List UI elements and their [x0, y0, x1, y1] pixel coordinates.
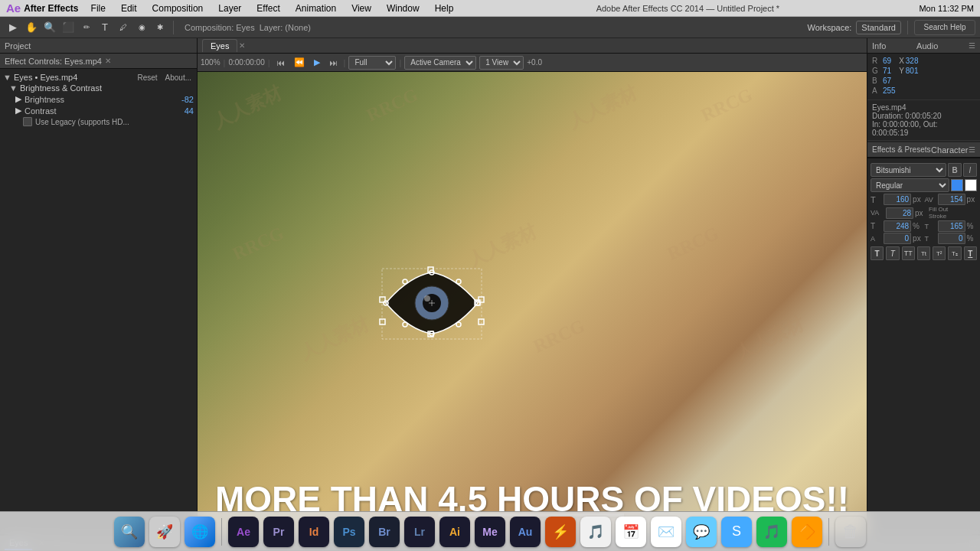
tool-text[interactable]: T: [96, 20, 113, 35]
camera-select[interactable]: Active Camera: [404, 56, 476, 70]
dock: 🔍 🚀 🌐 Ae Pr Id Ps Br Lr Ai Me Au ⚡ 🎵 📅 ✉…: [0, 511, 980, 551]
comp-tab-close[interactable]: ✕: [239, 41, 245, 50]
dock-br[interactable]: Br: [369, 517, 400, 547]
char-panel-options[interactable]: ☰: [969, 145, 975, 154]
menu-layer[interactable]: Layer: [215, 3, 244, 14]
font-italic-btn[interactable]: I: [963, 163, 977, 177]
scale-h-input[interactable]: [884, 220, 911, 232]
style-select[interactable]: Regular: [871, 178, 949, 192]
effects-presets-tab[interactable]: Effects & Presets: [872, 145, 931, 154]
small-caps-btn[interactable]: Tt: [917, 246, 930, 260]
project-tab[interactable]: Project: [5, 41, 31, 51]
font-size-input[interactable]: [884, 194, 911, 205]
sub-script-btn[interactable]: T₂: [948, 246, 961, 260]
zoom-value[interactable]: 100%: [201, 58, 220, 67]
dock-au[interactable]: Au: [510, 517, 541, 547]
dock-ae[interactable]: Ae: [228, 517, 259, 547]
about-btn[interactable]: About...: [163, 73, 194, 82]
go-start-btn[interactable]: ⏮: [273, 57, 288, 69]
dock-vlc[interactable]: 🔶: [792, 517, 822, 547]
play-btn[interactable]: ▶: [311, 56, 323, 69]
tool-pen[interactable]: ✏: [78, 20, 95, 35]
contrast-twirl[interactable]: ▶: [15, 106, 21, 116]
brightness-twirl[interactable]: ▶: [15, 94, 21, 104]
reset-btn[interactable]: Reset: [135, 73, 159, 82]
brightness-value[interactable]: -82: [181, 95, 194, 104]
all-caps-btn[interactable]: TT: [902, 246, 915, 260]
menu-right: Mon 11:32 PM: [919, 4, 974, 13]
tool-clone[interactable]: ◉: [133, 20, 150, 35]
panel-close[interactable]: ✕: [105, 57, 111, 65]
menu-composition[interactable]: Composition: [149, 3, 207, 14]
effect-main-name: Brightness & Contrast: [20, 83, 194, 93]
tool-puppet[interactable]: ✱: [152, 20, 168, 35]
fill-color[interactable]: [951, 179, 963, 191]
font-bold-btn[interactable]: B: [948, 163, 962, 177]
search-btn[interactable]: Search Help: [914, 20, 975, 35]
font-select[interactable]: Bitsumishi: [871, 163, 946, 177]
audio-tab[interactable]: Audio: [916, 41, 938, 51]
info-panel-options[interactable]: ☰: [969, 41, 975, 50]
menu-view[interactable]: View: [348, 3, 374, 14]
effect-twirl[interactable]: ▼: [9, 83, 17, 93]
dock-mail[interactable]: ✉️: [651, 517, 681, 547]
faux-bold-btn[interactable]: T: [871, 246, 884, 260]
dock-itunes[interactable]: 🎵: [580, 517, 611, 547]
stroke-color[interactable]: [965, 179, 977, 191]
tool-select[interactable]: ▶: [5, 20, 21, 35]
underline-btn[interactable]: T: [964, 246, 977, 260]
tracking-input[interactable]: [886, 207, 913, 219]
dock-ps[interactable]: Ps: [334, 517, 364, 547]
baseline-input[interactable]: [884, 233, 911, 244]
dock-finder[interactable]: 🔍: [114, 517, 145, 547]
menu-help[interactable]: Help: [432, 3, 457, 14]
resolution-select[interactable]: FullHalfQuarter: [348, 56, 396, 70]
dock-spotify[interactable]: 🎵: [756, 517, 787, 547]
dock-launchpad[interactable]: 🚀: [149, 517, 180, 547]
tsf-input[interactable]: [938, 233, 965, 244]
menu-file[interactable]: File: [88, 3, 109, 14]
comp-toolbar: 100% | 0:00:00:00 | ⏮ ⏪ ▶ ⏭ | FullHalfQu…: [198, 54, 867, 72]
dock-safari[interactable]: 🌐: [185, 517, 215, 547]
kern-input[interactable]: [938, 194, 965, 205]
svg-point-17: [456, 322, 461, 327]
super-script-btn[interactable]: T²: [933, 246, 946, 260]
comp-tab-eyes[interactable]: Eyes: [202, 39, 237, 52]
menu-animation[interactable]: Animation: [292, 3, 339, 14]
play-rev-btn[interactable]: ⏪: [291, 56, 308, 69]
menu-effect[interactable]: Effect: [253, 3, 283, 14]
comp-tb-sep: |: [224, 58, 226, 67]
tool-brush[interactable]: 🖊: [115, 20, 132, 35]
menu-edit[interactable]: Edit: [118, 3, 140, 14]
effect-controls-tab[interactable]: Effect Controls: Eyes.mp4: [5, 57, 102, 66]
dock-id[interactable]: Id: [299, 517, 329, 547]
tool-zoom[interactable]: 🔍: [41, 20, 58, 35]
dock-skype[interactable]: S: [721, 517, 752, 547]
dock-lr[interactable]: Lr: [404, 517, 435, 547]
legacy-checkbox[interactable]: [23, 117, 32, 126]
r-label: R: [872, 57, 881, 65]
char-tab[interactable]: Character: [931, 145, 968, 155]
tool-rect[interactable]: ⬛: [60, 20, 77, 35]
menu-window[interactable]: Window: [384, 3, 423, 14]
dock-trash[interactable]: 🗑: [835, 517, 866, 547]
workspace-select[interactable]: Standard: [856, 21, 901, 34]
dock-flash[interactable]: ⚡: [545, 517, 576, 547]
r-value: 69: [883, 57, 891, 65]
info-tab[interactable]: Info: [872, 41, 886, 51]
dock-calendar[interactable]: 📅: [616, 517, 646, 547]
source-twirl[interactable]: ▼: [3, 73, 11, 82]
view-select[interactable]: 1 View: [479, 56, 524, 70]
contrast-value[interactable]: 44: [185, 106, 194, 116]
g-row: G 71 Y 801: [867, 66, 980, 76]
dock-pr[interactable]: Pr: [263, 517, 294, 547]
scale-row: T % T %: [871, 220, 977, 232]
faux-italic-btn[interactable]: T: [886, 246, 899, 260]
tool-hand[interactable]: ✋: [23, 20, 40, 35]
scale-v-input[interactable]: [938, 220, 965, 232]
dock-ai[interactable]: Ai: [439, 517, 470, 547]
dock-me[interactable]: Me: [475, 517, 505, 547]
go-end-btn[interactable]: ⏭: [326, 57, 341, 69]
dock-messages[interactable]: 💬: [686, 517, 717, 547]
color-info: R 69 X 328 G 71 Y 801 B 67 A 255: [867, 54, 980, 98]
